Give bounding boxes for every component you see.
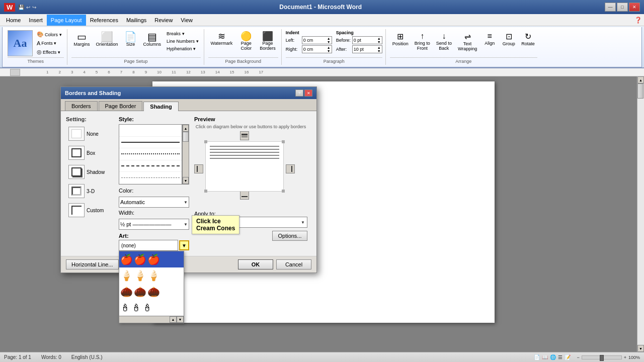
vscroll-up-btn[interactable]: ▲ xyxy=(637,76,644,83)
menu-mailings[interactable]: Mailings xyxy=(122,15,150,26)
orientation-button[interactable]: ⬜ Orientation xyxy=(94,30,121,48)
columns-button[interactable]: ▤ Columns xyxy=(141,30,164,48)
art-scroll-down[interactable]: ▼ xyxy=(177,316,184,323)
rotate-button[interactable]: ↻ Rotate xyxy=(519,30,537,48)
left-indent-input[interactable]: 0 cm ▲ ▼ xyxy=(302,36,332,44)
redo-icon[interactable]: ↪ xyxy=(32,5,36,10)
fonts-button[interactable]: A Fonts ▾ xyxy=(35,39,64,47)
style-item-dot1[interactable] xyxy=(119,148,182,160)
margins-icon: ▭ xyxy=(77,32,87,42)
minimize-button[interactable]: — xyxy=(605,3,616,12)
setting-3d[interactable]: 3-D xyxy=(66,183,114,200)
apply-to-select[interactable]: Whole document ▼ xyxy=(194,217,307,228)
scroll-up-btn[interactable]: ▲ xyxy=(183,125,189,132)
border-right-button[interactable] xyxy=(286,164,295,173)
view-full-reading-btn[interactable]: 📖 xyxy=(542,354,548,360)
zoom-out-btn[interactable]: − xyxy=(577,355,579,360)
menu-references[interactable]: References xyxy=(86,15,122,26)
border-bottom-button[interactable] xyxy=(240,191,249,200)
art-scroll-up[interactable]: ▲ xyxy=(170,316,177,323)
zoom-slider[interactable] xyxy=(582,355,622,359)
setting-none[interactable]: None xyxy=(66,125,114,142)
after-up[interactable]: ▲ xyxy=(377,46,381,49)
before-down[interactable]: ▼ xyxy=(377,40,381,44)
tab-shading[interactable]: Shading xyxy=(143,102,178,111)
menu-insert[interactable]: Insert xyxy=(25,15,47,26)
menu-review[interactable]: Review xyxy=(150,15,177,26)
bring-front-button[interactable]: ↑ Bring to Front xyxy=(412,30,433,52)
spacing-subgroup: Spacing Before: 0 pt ▲ ▼ xyxy=(336,30,382,54)
line-numbers-button[interactable]: Line Numbers ▾ xyxy=(165,38,201,45)
setting-custom[interactable]: Custom xyxy=(66,202,114,219)
after-down[interactable]: ▼ xyxy=(377,49,381,53)
maximize-button[interactable]: □ xyxy=(617,3,628,12)
after-input[interactable]: 10 pt ▲ ▼ xyxy=(352,45,382,53)
undo-icon[interactable]: ↩ xyxy=(26,5,30,10)
style-item-dashdot[interactable] xyxy=(119,172,182,184)
art-item-acorns[interactable]: 🌰🌰🌰 xyxy=(119,284,184,300)
ok-button[interactable]: OK xyxy=(238,259,273,269)
position-button[interactable]: ⊞ Position xyxy=(390,30,411,48)
help-icon[interactable]: ❓ xyxy=(634,17,642,24)
options-button[interactable]: Options... xyxy=(272,231,307,241)
setting-shadow[interactable]: Shadow xyxy=(66,163,114,180)
themes-button[interactable]: Aa xyxy=(8,30,33,56)
before-input[interactable]: 0 pt ▲ ▼ xyxy=(352,36,382,44)
dialog-help-button[interactable]: ? xyxy=(295,89,303,97)
left-indent-down[interactable]: ▼ xyxy=(327,40,331,44)
art-item-candles[interactable]: 🕯🕯🕯 xyxy=(119,300,184,316)
view-outline-btn[interactable]: ☰ xyxy=(558,354,562,360)
dialog-body: Setting: None xyxy=(61,111,316,256)
page-borders-button[interactable]: ⬛ Page Borders xyxy=(257,30,278,52)
scroll-down-btn[interactable]: ▼ xyxy=(183,177,189,184)
align-button[interactable]: ≡ Align xyxy=(480,30,499,47)
cancel-button[interactable]: Cancel xyxy=(276,259,311,269)
save-icon[interactable]: 💾 xyxy=(18,5,24,10)
vscroll-down-btn[interactable]: ▼ xyxy=(637,345,644,352)
before-up[interactable]: ▲ xyxy=(377,37,381,40)
close-button[interactable]: ✕ xyxy=(629,3,640,12)
text-wrap-button[interactable]: ⇌ Text Wrapping xyxy=(455,30,479,53)
border-left-button[interactable] xyxy=(194,164,203,173)
tab-borders[interactable]: Borders xyxy=(65,101,98,111)
border-top-button[interactable] xyxy=(240,131,249,140)
style-item-dot2[interactable] xyxy=(119,160,182,172)
page-color-button[interactable]: 🟡 Page Color xyxy=(237,30,255,52)
left-indent-up[interactable]: ▲ xyxy=(327,37,331,40)
breaks-button[interactable]: Breaks ▾ xyxy=(165,30,201,37)
hyphenation-button[interactable]: Hyphenation ▾ xyxy=(165,45,201,52)
scroll-thumb[interactable] xyxy=(183,132,189,142)
effects-button[interactable]: ◎ Effects ▾ xyxy=(35,48,64,56)
art-item-selected[interactable]: 🍎🍎🍎 xyxy=(119,251,184,267)
style-item-blank[interactable] xyxy=(119,125,182,137)
style-item-solid[interactable] xyxy=(119,137,182,149)
art-dropdown-button[interactable]: ▼ xyxy=(179,240,189,250)
margins-button[interactable]: ▭ Margins xyxy=(71,30,93,48)
menu-page-layout[interactable]: Page Layout xyxy=(47,15,86,26)
width-select[interactable]: ½ pt ——————— ▼ xyxy=(119,219,189,230)
art-item-icecream[interactable]: 🍦🍦🍦 xyxy=(119,267,184,284)
tab-page-border[interactable]: Page Border xyxy=(99,101,143,111)
right-indent-down[interactable]: ▼ xyxy=(327,49,331,53)
menu-view[interactable]: View xyxy=(177,15,197,26)
zoom-in-btn[interactable]: + xyxy=(624,355,626,360)
watermark-button[interactable]: ≋ Watermark xyxy=(208,30,235,47)
color-select[interactable]: Automatic ▼ xyxy=(119,197,189,208)
view-print-btn[interactable]: 📄 xyxy=(534,354,540,360)
view-draft-btn[interactable]: 📝 xyxy=(565,354,571,360)
style-listbox[interactable] xyxy=(119,124,182,185)
setting-box[interactable]: Box xyxy=(66,144,114,161)
apply-to-label: Apply to: xyxy=(194,211,216,217)
vscroll-thumb[interactable] xyxy=(637,83,643,99)
right-indent-input[interactable]: 0 cm ▲ ▼ xyxy=(302,45,332,53)
send-back-button[interactable]: ↓ Send to Back xyxy=(434,30,454,52)
dialog-close-button[interactable]: ✕ xyxy=(304,89,312,97)
colors-button[interactable]: 🎨 Colors ▾ xyxy=(35,30,64,39)
group-button[interactable]: ⊡ Group xyxy=(500,30,518,48)
horizontal-line-button[interactable]: Horizontal Line... xyxy=(66,259,119,269)
bring-front-icon: ↑ xyxy=(420,32,424,41)
size-button[interactable]: 📄 Size xyxy=(122,30,140,48)
right-indent-up[interactable]: ▲ xyxy=(327,46,331,49)
view-web-btn[interactable]: 🌐 xyxy=(550,354,556,360)
menu-home[interactable]: Home xyxy=(2,15,25,26)
